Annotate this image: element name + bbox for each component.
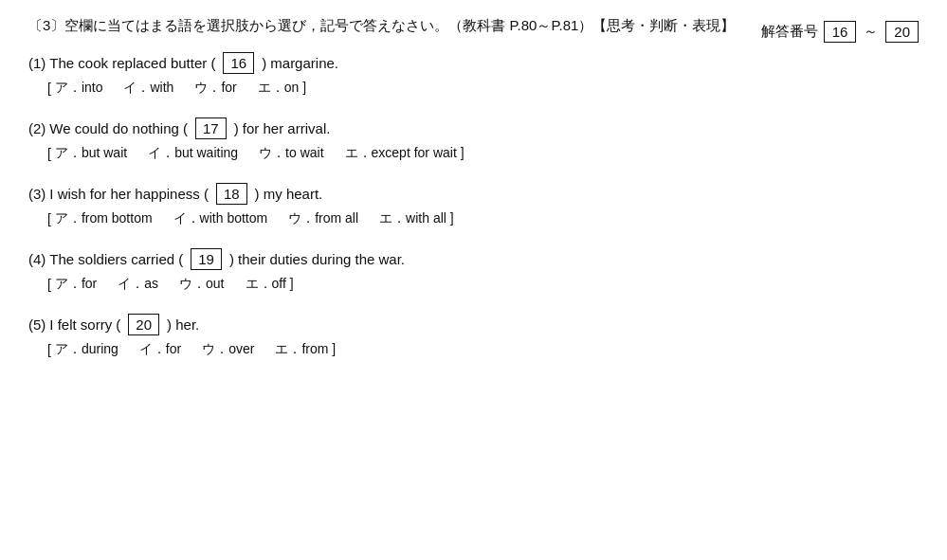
question-before-4: The soldiers carried (	[49, 251, 183, 267]
choice-3-3: ウ．from all	[288, 210, 358, 227]
question-after-2: ) for her arrival.	[234, 120, 331, 136]
question-block-4: (4) The soldiers carried (19) their duti…	[28, 248, 919, 293]
question-block-5: (5) I felt sorry (20) her.[ ア．duringイ．fo…	[28, 314, 919, 358]
choice-5-3: ウ．over	[202, 341, 254, 358]
choice-4-3: ウ．out	[179, 276, 224, 293]
answer-range: 解答番号 16 ～ 20	[761, 21, 919, 43]
blank-box-2: 17	[195, 117, 227, 139]
choices-open-1: [	[47, 81, 51, 96]
choice-5-4: エ．from ]	[275, 341, 336, 358]
answer-label: 解答番号	[761, 23, 818, 41]
choice-1-4: エ．on ]	[258, 80, 306, 97]
choice-3-2: イ．with bottom	[173, 210, 268, 227]
answer-end-box: 20	[885, 21, 919, 43]
choices-line-1: [ ア．intoイ．withウ．forエ．on ]	[47, 80, 919, 97]
section-title: 〔3〕空欄に当てはまる語を選択肢から選び，記号で答えなさい。（教科書 P.80～…	[28, 17, 735, 35]
choice-1-2: イ．with	[123, 80, 173, 97]
question-after-1: ) margarine.	[262, 55, 338, 71]
question-block-1: (1) The cook replaced butter (16) margar…	[28, 52, 919, 97]
choice-1-1: ア．into	[55, 80, 103, 97]
question-number-2: (2)	[28, 120, 46, 136]
question-block-3: (3) I wish for her happiness (18) my hea…	[28, 183, 919, 227]
choice-4-2: イ．as	[118, 276, 158, 293]
question-number-3: (3)	[28, 186, 46, 202]
question-line-4: (4) The soldiers carried (19) their duti…	[28, 248, 919, 270]
choices-line-2: [ ア．but waitイ．but waitingウ．to waitエ．exce…	[47, 145, 919, 162]
question-before-5: I felt sorry (	[49, 316, 120, 333]
choice-3-4: エ．with all ]	[379, 210, 454, 227]
choice-4-1: ア．for	[55, 276, 97, 293]
choice-2-4: エ．except for wait ]	[345, 145, 464, 162]
question-line-1: (1) The cook replaced butter (16) margar…	[28, 52, 919, 74]
question-number-4: (4)	[28, 251, 46, 267]
question-after-3: ) my heart.	[255, 186, 323, 202]
question-block-2: (2) We could do nothing (17) for her arr…	[28, 117, 919, 162]
choice-2-1: ア．but wait	[55, 145, 127, 162]
answer-start-box: 16	[824, 21, 857, 43]
tilde: ～	[864, 23, 878, 41]
question-after-5: ) her.	[167, 316, 199, 333]
blank-box-1: 16	[223, 52, 254, 74]
question-before-3: I wish for her happiness (	[49, 186, 209, 202]
choice-5-1: ア．during	[55, 341, 118, 358]
questions-container: (1) The cook replaced butter (16) margar…	[28, 52, 919, 358]
choice-1-3: ウ．for	[194, 80, 236, 97]
choices-line-5: [ ア．duringイ．forウ．overエ．from ]	[47, 341, 919, 358]
section-header: 〔3〕空欄に当てはまる語を選択肢から選び，記号で答えなさい。（教科書 P.80～…	[28, 17, 919, 43]
question-number-5: (5)	[28, 316, 46, 333]
question-line-3: (3) I wish for her happiness (18) my hea…	[28, 183, 919, 205]
choices-line-3: [ ア．from bottomイ．with bottomウ．from allエ．…	[47, 210, 919, 227]
blank-box-3: 18	[216, 183, 247, 205]
question-before-1: The cook replaced butter (	[49, 55, 215, 71]
blank-box-4: 19	[191, 248, 222, 270]
choices-open-5: [	[47, 342, 51, 357]
choice-2-2: イ．but waiting	[148, 145, 238, 162]
choices-open-2: [	[47, 146, 51, 161]
question-line-5: (5) I felt sorry (20) her.	[28, 314, 919, 335]
choice-5-2: イ．for	[139, 341, 181, 358]
question-number-1: (1)	[28, 55, 46, 71]
choices-line-4: [ ア．forイ．asウ．outエ．off ]	[47, 276, 919, 293]
question-line-2: (2) We could do nothing (17) for her arr…	[28, 117, 919, 139]
choices-open-3: [	[47, 211, 51, 226]
choice-3-1: ア．from bottom	[55, 210, 153, 227]
question-after-4: ) their duties during the war.	[229, 251, 405, 267]
question-before-2: We could do nothing (	[49, 120, 188, 136]
blank-box-5: 20	[128, 314, 159, 335]
choice-2-3: ウ．to wait	[259, 145, 323, 162]
choices-open-4: [	[47, 277, 51, 292]
choice-4-4: エ．off ]	[246, 276, 294, 293]
